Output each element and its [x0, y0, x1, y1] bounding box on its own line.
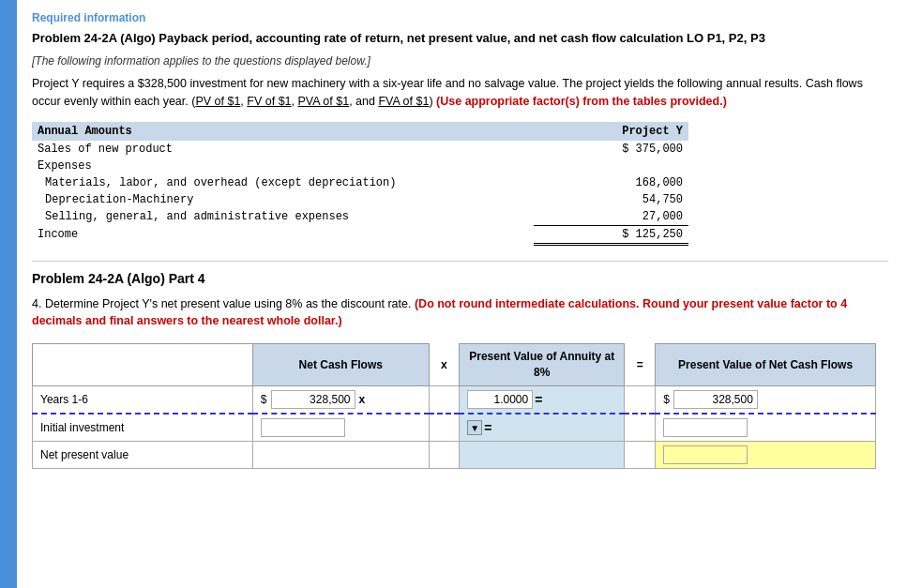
npv-label: Net present value — [33, 441, 253, 468]
npv-eq-cell — [625, 441, 656, 468]
fv-link[interactable]: FV of $1 — [247, 95, 291, 108]
annual-amounts-header: Annual Amounts — [32, 122, 534, 141]
sales-label: Sales of new product — [32, 141, 534, 158]
years-eq-cell — [625, 385, 656, 414]
initial-ncf-input[interactable] — [261, 418, 345, 437]
years-row: Years 1-6 $ x = — [33, 385, 876, 414]
empty-header — [33, 344, 253, 386]
years-equals-sign: = — [535, 392, 542, 407]
sales-value: $ 375,000 — [534, 141, 688, 158]
npv-pva-cell — [460, 441, 625, 468]
years-x-cell — [429, 385, 460, 414]
pv-link[interactable]: PV of $1 — [195, 95, 240, 108]
table-row: Materials, labor, and overhead (except d… — [32, 174, 688, 191]
npv-ncf-cell — [252, 441, 429, 468]
initial-ncf-cell — [252, 414, 429, 442]
annual-amounts-table: Annual Amounts Project Y Sales of new pr… — [32, 122, 688, 246]
income-value: $ 125,250 — [534, 225, 688, 244]
years-pv-dollar: $ — [663, 393, 670, 406]
depreciation-value: 54,750 — [534, 191, 688, 208]
problem-instructions: 4. Determine Project Y's net present val… — [32, 295, 888, 331]
section-divider — [32, 261, 888, 262]
years-ncf-cell: $ x — [252, 385, 429, 414]
table-row: Expenses — [32, 158, 688, 174]
npv-header-row: Net Cash Flows x Present Value of Annuit… — [33, 344, 876, 386]
materials-label: Materials, labor, and overhead (except d… — [32, 174, 534, 191]
years-pva-cell: = — [460, 385, 625, 414]
pv-annuity-header: Present Value of Annuity at 8% — [460, 344, 625, 386]
initial-pv-cell — [656, 414, 876, 442]
initial-eq-cell — [625, 414, 656, 442]
years-dollar: $ — [261, 393, 267, 406]
close-paren: ) — [429, 95, 436, 108]
dropdown-arrow-icon[interactable]: ▼ — [467, 420, 482, 435]
left-accent-bar — [0, 0, 17, 588]
years-pva-input[interactable] — [467, 390, 533, 409]
table-row: Depreciation-Machinery 54,750 — [32, 191, 688, 208]
npv-x-cell — [429, 441, 460, 468]
and-text: , and — [349, 95, 378, 108]
table-header-row: Annual Amounts Project Y — [32, 122, 688, 141]
equals-header: = — [625, 344, 656, 386]
initial-equals-sign: = — [484, 420, 491, 435]
table-row: Selling, general, and administrative exp… — [32, 208, 688, 226]
comma2: , — [292, 95, 298, 108]
problem-title: Problem 24-2A (Algo) Payback period, acc… — [32, 30, 888, 47]
project-description: Project Y requires a $328,500 investment… — [32, 75, 888, 111]
npv-table: Net Cash Flows x Present Value of Annuit… — [32, 343, 876, 469]
years-pv-input[interactable] — [673, 390, 758, 409]
initial-x-cell — [429, 414, 460, 442]
italics-note: [The following information applies to th… — [32, 54, 888, 68]
x-header: x — [429, 344, 460, 386]
bold-red-text: (Use appropriate factor(s) from the tabl… — [436, 95, 727, 108]
initial-row: Initial investment ▼ = — [33, 414, 876, 442]
years-ncf-input[interactable] — [271, 390, 355, 409]
years-label: Years 1-6 — [33, 385, 253, 414]
npv-pv-cell — [656, 441, 876, 468]
materials-value: 168,000 — [534, 174, 688, 191]
fva-link[interactable]: FVA of $1 — [378, 95, 429, 108]
expenses-value — [534, 158, 688, 174]
initial-pva-cell: ▼ = — [460, 414, 625, 442]
table-row: Income $ 125,250 — [32, 225, 688, 244]
initial-label: Initial investment — [33, 414, 253, 442]
years-pv-cell: $ — [656, 385, 876, 414]
depreciation-label: Depreciation-Machinery — [32, 191, 534, 208]
income-label: Income — [32, 225, 534, 244]
problem4-text1: 4. Determine Project Y's net present val… — [32, 297, 415, 310]
required-info-label: Required information — [32, 11, 888, 24]
table-row: Sales of new product $ 375,000 — [32, 141, 688, 158]
expenses-label: Expenses — [32, 158, 534, 174]
net-cash-flows-header: Net Cash Flows — [252, 344, 429, 386]
page-container: Required information Problem 24-2A (Algo… — [0, 0, 907, 588]
main-content: Required information Problem 24-2A (Algo… — [17, 0, 907, 588]
pv-net-header: Present Value of Net Cash Flows — [656, 344, 876, 386]
project-y-header: Project Y — [534, 122, 688, 141]
selling-label: Selling, general, and administrative exp… — [32, 208, 534, 226]
npv-row: Net present value — [33, 441, 876, 468]
part-heading: Problem 24-2A (Algo) Part 4 — [32, 271, 888, 286]
selling-value: 27,000 — [534, 208, 688, 226]
times-icon: x — [359, 393, 366, 406]
initial-pv-input[interactable] — [663, 418, 748, 437]
pva-link[interactable]: PVA of $1 — [298, 95, 350, 108]
npv-pv-input[interactable] — [663, 445, 748, 464]
